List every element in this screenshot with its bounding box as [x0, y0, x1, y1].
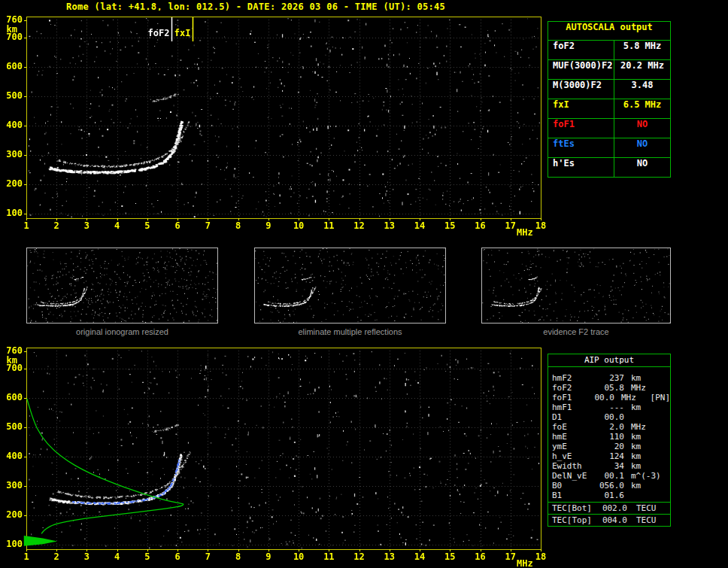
aip-unit: km: [624, 451, 661, 461]
aip-val: 056.0: [597, 481, 624, 491]
aip-note: [661, 412, 670, 422]
bottom-ionogram-plot: [0, 340, 549, 568]
thumbnail-multiple-reflections-canvas: [255, 248, 445, 323]
aip-val: 2.0: [597, 422, 624, 432]
aip-row-hmF1: hmF1---km: [548, 402, 670, 412]
aip-note: [661, 402, 670, 412]
aip-row-hmE: hmE110km: [548, 432, 670, 442]
thumbnail-caption-original: original ionogram resized: [26, 327, 218, 336]
aip-val: 124: [597, 451, 624, 461]
autoscala-row-foF1: foF1NO: [548, 119, 670, 138]
aip-name: h_vE: [548, 451, 597, 461]
aip-note: [661, 481, 670, 491]
aip-output-table: AIP output hmF2237kmfoF205.8MHzfoF100.0M…: [548, 354, 671, 527]
aip-name: ymE: [548, 442, 597, 451]
aip-note: [661, 451, 670, 461]
aip-row-D1: D100.0: [548, 412, 670, 422]
aip-name: hmF2: [548, 373, 597, 383]
aip-row-DelN_vE: DelN_vE00.1m^(-3): [548, 471, 670, 481]
aip-note: [PN]: [648, 393, 671, 402]
autoscala-param-label: M(3000)F2: [548, 80, 614, 99]
aip-table-title: AIP output: [548, 354, 670, 367]
aip-unit: [624, 412, 661, 422]
top-ionogram-plot: [0, 11, 549, 242]
aip-row-ymE: ymE20km: [548, 442, 670, 451]
autoscala-param-value: NO: [614, 119, 670, 138]
tec-val: 004.0: [602, 515, 627, 526]
aip-table-rows: hmF2237kmfoF205.8MHzfoF100.0MHz[PN]hmF1-…: [548, 367, 670, 502]
thumbnail-original-ionogram-canvas: [27, 248, 217, 323]
aip-row-Ewidth: Ewidth34km: [548, 461, 670, 471]
autoscala-param-label: MUF(3000)F2: [548, 60, 614, 79]
aip-unit: km: [624, 432, 661, 442]
autoscala-param-label: ftEs: [548, 138, 614, 157]
aip-row-foE: foE2.0MHz: [548, 422, 670, 432]
aip-val: 237: [597, 373, 624, 383]
aip-name: hmE: [548, 432, 597, 442]
autoscala-param-label: foF2: [548, 41, 614, 59]
aip-name: DelN_vE: [548, 471, 597, 481]
aip-unit: km: [624, 373, 661, 383]
autoscala-param-value: NO: [614, 158, 670, 177]
autoscala-param-value: 5.8 MHz: [614, 41, 670, 59]
aip-row-TEC[Bot]: TEC[Bot]002.0TECU: [548, 502, 670, 514]
aip-note: [661, 442, 670, 451]
aip-unit: km: [624, 442, 661, 451]
aip-name: foF2: [548, 383, 597, 393]
thumbnail-f2-trace: [481, 248, 671, 323]
autoscala-row-h'Es: h'EsNO: [548, 158, 670, 177]
aip-val: 01.6: [597, 491, 624, 500]
aip-unit: m^(-3): [624, 471, 661, 481]
aip-val: 20: [597, 442, 624, 451]
aip-row-h_vE: h_vE124km: [548, 451, 670, 461]
autoscala-param-value: 6.5 MHz: [614, 99, 670, 118]
autoscala-table-title: AUTOSCALA output: [548, 22, 670, 41]
aip-row-foF2: foF205.8MHz: [548, 383, 670, 393]
autoscala-row-MUF(3000)F2: MUF(3000)F220.2 MHz: [548, 60, 670, 80]
aip-name: Ewidth: [548, 461, 597, 471]
autoscala-row-ftEs: ftEsNO: [548, 138, 670, 158]
autoscala-output-table: AUTOSCALA output foF25.8 MHzMUF(3000)F22…: [548, 21, 671, 178]
aip-name: foE: [548, 422, 597, 432]
aip-unit: km: [624, 402, 661, 412]
thumbnail-original-ionogram: [26, 248, 218, 323]
tec-val: 002.0: [602, 503, 627, 514]
aip-note: [661, 461, 670, 471]
autoscala-param-value: NO: [614, 138, 670, 157]
aip-unit: km: [624, 481, 661, 491]
aip-tec-rows: TEC[Bot]002.0TECUTEC[Top]004.0TECU: [548, 502, 670, 526]
aip-unit: km: [624, 461, 661, 471]
thumbnail-multiple-reflections: [254, 248, 446, 323]
aip-unit: MHz: [624, 383, 661, 393]
autoscala-param-label: fxI: [548, 99, 614, 118]
autoscala-row-fxI: fxI6.5 MHz: [548, 99, 670, 119]
autoscala-row-foF2: foF25.8 MHz: [548, 41, 670, 60]
aip-note: [661, 471, 670, 481]
thumbnail-f2-trace-canvas: [482, 248, 670, 323]
thumbnail-caption-reflections: eliminate multiple reflections: [254, 327, 446, 336]
aip-row-B0: B0056.0km: [548, 481, 670, 491]
tec-unit: TECU: [627, 515, 670, 526]
aip-note: [661, 383, 670, 393]
aip-val: 00.0: [597, 412, 624, 422]
autoscala-param-value: 3.48: [614, 80, 670, 99]
aip-note: [661, 432, 670, 442]
autoscala-param-value: 20.2 MHz: [614, 60, 670, 79]
aip-unit: MHz: [614, 393, 648, 402]
aip-name: hmF1: [548, 402, 597, 412]
aip-unit: MHz: [624, 422, 661, 432]
tec-unit: TECU: [627, 503, 670, 514]
aip-note: [661, 422, 670, 432]
aip-val: 05.8: [597, 383, 624, 393]
aip-row-hmF2: hmF2237km: [548, 373, 670, 383]
tec-name: TEC[Top]: [548, 515, 602, 526]
aip-val: 34: [597, 461, 624, 471]
aip-row-B1: B101.6: [548, 491, 670, 500]
autoscala-row-M(3000)F2: M(3000)F23.48: [548, 80, 670, 99]
aip-val: 00.1: [597, 471, 624, 481]
aip-unit: [624, 491, 661, 500]
aip-name: B0: [548, 481, 597, 491]
aip-note: [661, 491, 670, 500]
aip-val: 110: [597, 432, 624, 442]
aip-note: [661, 373, 670, 383]
